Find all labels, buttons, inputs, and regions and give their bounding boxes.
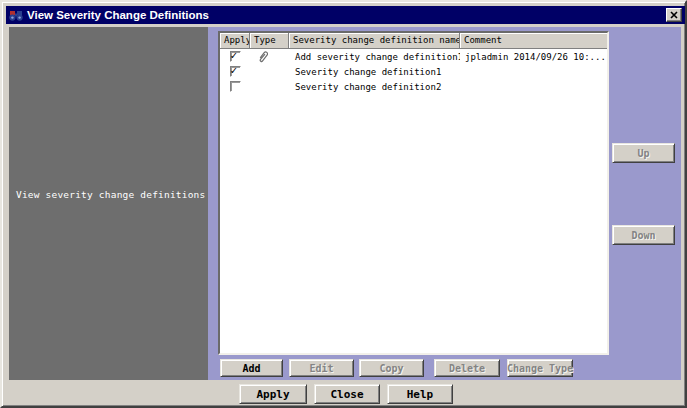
close-button[interactable]: Close (314, 384, 380, 404)
definition-name: Add severity change definition1 (289, 52, 460, 62)
apply-checkbox[interactable]: ✓ (230, 66, 241, 77)
copy-button[interactable]: Copy (359, 359, 424, 377)
view-severity-change-definitions-dialog: View Severity Change Definitions View se… (0, 0, 687, 408)
definitions-table: Apply Type Severity change definition na… (218, 31, 609, 355)
table-row[interactable]: ✓ Severity change definition1 (220, 64, 607, 79)
definition-comment: jpladmin 2014/09/26 10:... (460, 52, 607, 62)
table-header: Apply Type Severity change definition na… (220, 33, 607, 49)
apply-checkbox[interactable]: ✓ (230, 51, 241, 62)
edit-button[interactable]: Edit (289, 359, 354, 377)
column-header-apply: Apply (220, 33, 250, 49)
column-header-name: Severity change definition name (289, 33, 460, 49)
checkmark-icon: ✓ (231, 64, 238, 77)
window-title: View Severity Change Definitions (27, 9, 209, 21)
definition-name: Severity change definition1 (289, 67, 460, 77)
main-panel: Apply Type Severity change definition na… (208, 27, 681, 380)
down-button[interactable]: Down (612, 225, 675, 245)
attachment-icon (257, 50, 268, 63)
change-type-button[interactable]: Change Type (507, 359, 573, 377)
column-header-type: Type (250, 33, 289, 49)
checkmark-icon: ✓ (231, 49, 238, 62)
table-row[interactable]: ✓ Severity change definition2 (220, 79, 607, 94)
delete-button[interactable]: Delete (434, 359, 500, 377)
apply-checkbox[interactable]: ✓ (230, 81, 241, 92)
close-icon (670, 11, 678, 19)
close-window-button[interactable] (666, 8, 682, 22)
help-button[interactable]: Help (387, 384, 453, 404)
description-label: View severity change definitions (16, 189, 205, 200)
column-header-comment: Comment (460, 33, 607, 49)
description-panel: View severity change definitions (9, 27, 208, 380)
add-button[interactable]: Add (220, 359, 283, 377)
definition-name: Severity change definition2 (289, 82, 460, 92)
titlebar: View Severity Change Definitions (6, 6, 685, 24)
apply-button[interactable]: Apply (239, 384, 307, 404)
up-button[interactable]: Up (612, 143, 675, 163)
table-row[interactable]: ✓ Add severity change definition1 jpladm… (220, 49, 607, 64)
binoculars-icon (9, 9, 23, 22)
